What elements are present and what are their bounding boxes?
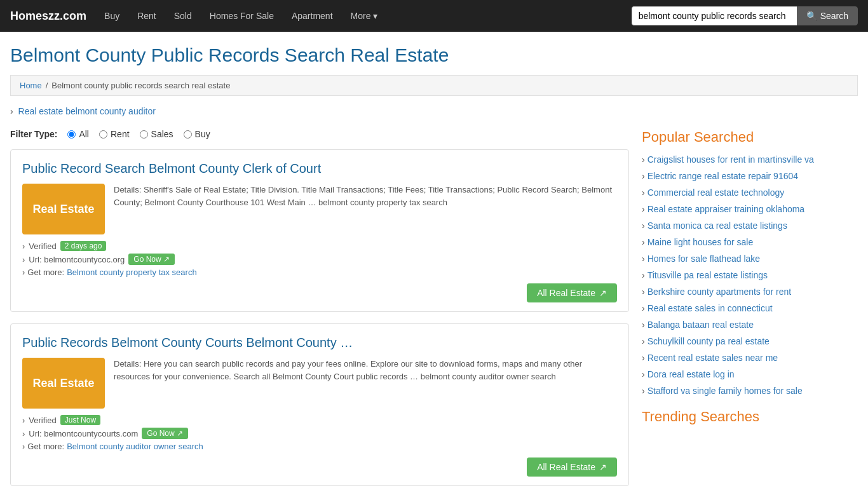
result-title-2[interactable]: Public Records Belmont County Courts Bel… xyxy=(22,336,617,350)
brand-logo[interactable]: Homeszz.com xyxy=(10,10,86,23)
filter-sales[interactable]: Sales xyxy=(140,129,173,139)
chevron-icon-6: › xyxy=(642,254,645,264)
filter-row: Filter Type: All Rent Sales Buy xyxy=(10,129,629,139)
chevron-right-icon: › xyxy=(10,106,13,116)
chevron-icon-13: › xyxy=(642,369,645,379)
sidebar-popular-link-0[interactable]: › Craigslist houses for rent in martinsv… xyxy=(642,154,858,165)
external-icon-2: ↗ xyxy=(599,462,607,472)
search-button[interactable]: 🔍 Search xyxy=(797,6,858,25)
sidebar-popular-link-3[interactable]: › Real estate appraiser training oklahom… xyxy=(642,204,858,214)
verified-badge-2: Just Now xyxy=(60,415,100,425)
chevron-icon-12: › xyxy=(642,353,645,363)
get-more-1: › Get more: Belmont county property tax … xyxy=(22,268,617,277)
sidebar-popular-link-1[interactable]: › Electric range real estate repair 9160… xyxy=(642,171,858,181)
related-link[interactable]: › Real estate belmont county auditor xyxy=(10,106,858,116)
result-meta-url-2: › Url: belmontcountycourts.com Go Now ↗ xyxy=(22,428,617,439)
verified-badge-1: 2 days ago xyxy=(60,241,107,251)
result-meta-url-1: › Url: belmontcountycoc.org Go Now ↗ xyxy=(22,254,617,265)
get-more-2: › Get more: Belmont county auditor owner… xyxy=(22,442,617,451)
breadcrumb-home-link[interactable]: Home xyxy=(20,81,42,90)
result-details-2: Details: Here you can search public reco… xyxy=(114,358,617,409)
search-input[interactable] xyxy=(632,6,797,25)
sidebar-popular-link-7[interactable]: › Titusville pa real estate listings xyxy=(642,270,858,280)
chevron-icon-2: › xyxy=(642,187,645,198)
page-content: Belmont County Public Records Search Rea… xyxy=(0,32,868,488)
sidebar-popular-link-11[interactable]: › Schuylkill county pa real estate xyxy=(642,336,858,346)
chevron-icon-9: › xyxy=(642,303,645,313)
chevron-down-icon: ▾ xyxy=(373,11,377,21)
result-footer-2: All Real Estate ↗ xyxy=(22,458,617,477)
nav-buy[interactable]: Buy xyxy=(98,11,126,21)
sidebar-popular-link-14[interactable]: › Stafford va single family homes for sa… xyxy=(642,386,858,396)
chevron-icon-7: › xyxy=(642,270,645,280)
sidebar-popular-link-4[interactable]: › Santa monica ca real estate listings xyxy=(642,220,858,231)
chevron-right-icon-url-1: › xyxy=(22,255,25,264)
result-badge-1: Real Estate xyxy=(22,184,105,234)
right-sidebar: Popular Searched › Craigslist houses for… xyxy=(642,129,858,488)
go-now-button-2[interactable]: Go Now ↗ xyxy=(142,428,187,439)
chevron-icon-14: › xyxy=(642,386,645,396)
get-more-link-1[interactable]: Belmont county property tax search xyxy=(67,268,197,277)
filter-rent[interactable]: Rent xyxy=(99,129,130,139)
breadcrumb-current: Belmont county public records search rea… xyxy=(51,81,230,90)
sidebar-popular-link-10[interactable]: › Balanga bataan real estate xyxy=(642,320,858,330)
nav-rent[interactable]: Rent xyxy=(131,11,163,21)
sidebar-popular-link-8[interactable]: › Berkshire county apartments for rent xyxy=(642,287,858,297)
result-meta-verified-2: › Verified Just Now xyxy=(22,415,617,425)
chevron-right-icon-url-2: › xyxy=(22,429,25,438)
nav-more-dropdown[interactable]: More ▾ xyxy=(344,11,384,21)
breadcrumb: Home / Belmont county public records sea… xyxy=(10,75,858,96)
page-title: Belmont County Public Records Search Rea… xyxy=(10,44,858,66)
external-link-icon-2: ↗ xyxy=(177,429,183,438)
external-icon-1: ↗ xyxy=(599,288,607,298)
filter-all[interactable]: All xyxy=(67,129,89,139)
chevron-right-icon-1: › xyxy=(22,241,25,251)
popular-searched-title: Popular Searched xyxy=(642,129,858,146)
chevron-right-icon-2: › xyxy=(22,416,25,425)
main-layout: Filter Type: All Rent Sales Buy xyxy=(10,129,858,488)
search-icon: 🔍 xyxy=(806,11,817,21)
sidebar-popular-link-6[interactable]: › Homes for sale flathead lake xyxy=(642,254,858,264)
chevron-icon-1: › xyxy=(642,171,645,181)
result-card-1: Public Record Search Belmont County Cler… xyxy=(10,149,629,312)
sidebar-popular-link-9[interactable]: › Real estate sales in connecticut xyxy=(642,303,858,313)
all-real-estate-button-1[interactable]: All Real Estate ↗ xyxy=(527,283,617,302)
search-area: 🔍 Search xyxy=(632,6,858,25)
chevron-icon-4: › xyxy=(642,220,645,231)
chevron-icon-5: › xyxy=(642,237,645,247)
result-footer-1: All Real Estate ↗ xyxy=(22,283,617,302)
nav-sold[interactable]: Sold xyxy=(168,11,198,21)
chevron-right-icon-more-2: › xyxy=(22,442,25,451)
sidebar-popular-link-13[interactable]: › Dora real estate log in xyxy=(642,369,858,379)
nav-homes-for-sale[interactable]: Homes For Sale xyxy=(203,11,280,21)
result-card-2: Public Records Belmont County Courts Bel… xyxy=(10,323,629,486)
left-column: Filter Type: All Rent Sales Buy xyxy=(10,129,629,488)
chevron-icon-3: › xyxy=(642,204,645,214)
sidebar-popular-link-12[interactable]: › Recent real estate sales near me xyxy=(642,353,858,363)
breadcrumb-separator: / xyxy=(46,81,48,90)
result-badge-2: Real Estate xyxy=(22,358,105,409)
trending-searches-title: Trending Searches xyxy=(642,409,858,425)
sidebar-popular-link-5[interactable]: › Maine light houses for sale xyxy=(642,237,858,247)
result-meta-verified-1: › Verified 2 days ago xyxy=(22,241,617,251)
go-now-button-1[interactable]: Go Now ↗ xyxy=(128,254,174,265)
chevron-icon-8: › xyxy=(642,287,645,297)
filter-buy[interactable]: Buy xyxy=(184,129,210,139)
chevron-right-icon-more-1: › xyxy=(22,268,25,277)
get-more-link-2[interactable]: Belmont county auditor owner search xyxy=(67,442,203,451)
result-body-2: Real Estate Details: Here you can search… xyxy=(22,358,617,409)
result-title-1[interactable]: Public Record Search Belmont County Cler… xyxy=(22,161,617,176)
result-details-1: Details: Sheriff's Sale of Real Estate; … xyxy=(114,184,617,234)
filter-label: Filter Type: xyxy=(10,129,57,139)
external-link-icon-1: ↗ xyxy=(163,255,170,264)
chevron-icon-11: › xyxy=(642,336,645,346)
chevron-icon-0: › xyxy=(642,154,645,165)
all-real-estate-button-2[interactable]: All Real Estate ↗ xyxy=(527,458,617,477)
result-body-1: Real Estate Details: Sheriff's Sale of R… xyxy=(22,184,617,234)
navbar: Homeszz.com Buy Rent Sold Homes For Sale… xyxy=(0,0,868,32)
nav-apartment[interactable]: Apartment xyxy=(285,11,339,21)
chevron-icon-10: › xyxy=(642,320,645,330)
sidebar-popular-link-2[interactable]: › Commercial real estate technology xyxy=(642,187,858,198)
